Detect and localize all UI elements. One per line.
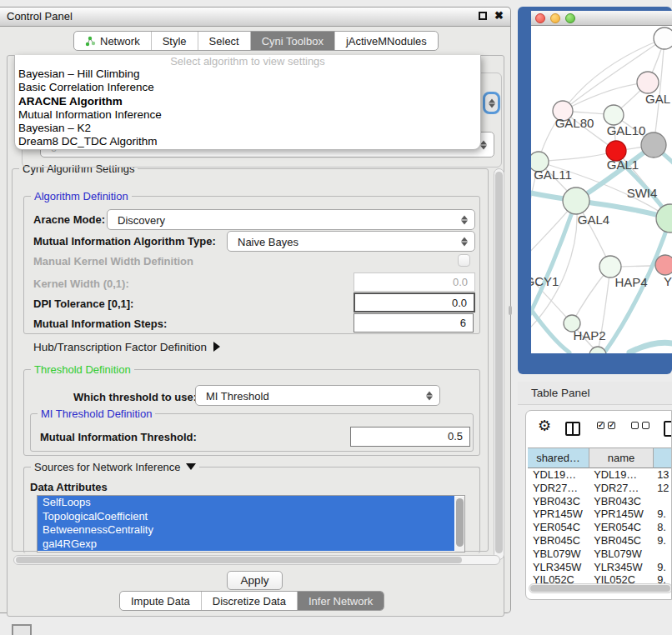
algorithm-option-aracne-algorithm[interactable]: ARACNE Algorithm bbox=[15, 95, 480, 108]
aracne-mode-combo[interactable]: Discovery bbox=[107, 209, 475, 230]
mi-threshold-input[interactable]: 0.5 bbox=[350, 427, 470, 447]
mi-steps-input[interactable]: 6 bbox=[354, 313, 474, 332]
partial-icon[interactable] bbox=[12, 624, 32, 635]
aracne-mode-value: Discovery bbox=[118, 213, 165, 226]
tab-label: Network bbox=[100, 35, 140, 48]
tab-style[interactable]: Style bbox=[151, 32, 198, 50]
table-row[interactable]: YBR045CYBR045C9. bbox=[528, 534, 672, 548]
apply-button[interactable]: Apply bbox=[227, 571, 283, 590]
manual-kernel-checkbox[interactable] bbox=[458, 254, 470, 267]
sources-group-title[interactable]: Sources for Network Inference bbox=[31, 461, 199, 473]
column-header-shared-[interactable]: shared… bbox=[528, 448, 589, 468]
network-canvas[interactable]: GALGAL80GAL10GAL1GAL11SWI4GAL4GCY1HAP4YH… bbox=[531, 26, 672, 353]
network-node-gal[interactable] bbox=[637, 72, 659, 93]
algorithm-option-bayesian-k2[interactable]: Bayesian – K2 bbox=[15, 122, 480, 135]
network-node-gal4[interactable] bbox=[563, 188, 589, 214]
table-row[interactable]: YDL19…YDL19…13 bbox=[528, 468, 672, 482]
close-traffic-light-icon[interactable] bbox=[535, 13, 545, 23]
tab-jactivemnodules[interactable]: jActiveMNodules bbox=[334, 32, 438, 50]
mi-type-value: Naive Bayes bbox=[238, 235, 298, 248]
table-row[interactable]: YBL079WYBL079W bbox=[528, 548, 672, 561]
attribute-item-topologicalcoefficient[interactable]: TopologicalCoefficient bbox=[38, 510, 454, 524]
table-horizontal-scrollbar[interactable] bbox=[529, 583, 672, 593]
settings-vertical-scrollbar[interactable] bbox=[494, 168, 504, 560]
table-cell: YLR345W bbox=[589, 561, 652, 574]
chevron-updown-icon bbox=[480, 140, 487, 149]
algorithm-option-basic-correlation-inference[interactable]: Basic Correlation Inference bbox=[15, 81, 480, 94]
table-cell: YBR045C bbox=[589, 534, 652, 548]
kernel-width-input[interactable]: 0.0 bbox=[354, 272, 475, 292]
network-node[interactable] bbox=[654, 28, 672, 49]
settings-horizontal-scrollbar[interactable] bbox=[13, 555, 500, 565]
table-cell: 12 bbox=[652, 482, 672, 495]
algorithm-option-dream8-dc-tdc-algorithm[interactable]: Dream8 DC_TDC Algorithm bbox=[15, 135, 480, 148]
control-panel: Control Panel ✖ NetworkStyleSelectCyni T… bbox=[0, 7, 511, 613]
hub-definition-toggle[interactable]: Hub/Transcription Factor Definition bbox=[33, 341, 220, 353]
float-panel-icon[interactable] bbox=[479, 12, 487, 20]
unchecked-checkbox-icon[interactable] bbox=[631, 422, 639, 429]
node-label: Y bbox=[664, 274, 672, 288]
network-node[interactable] bbox=[641, 132, 666, 158]
tab-cyni-toolbox[interactable]: Cyni Toolbox bbox=[250, 32, 334, 50]
tab-network[interactable]: Network bbox=[74, 32, 151, 50]
algorithm-option-mutual-information-inference[interactable]: Mutual Information Inference bbox=[15, 108, 480, 122]
close-icon[interactable]: ✖ bbox=[494, 9, 504, 22]
table-cell: YPR145W bbox=[589, 508, 652, 521]
tab-discretize-data[interactable]: Discretize Data bbox=[201, 592, 297, 610]
table-cell: YBR045C bbox=[528, 534, 589, 548]
algorithm-popup-items: Bayesian – Hill ClimbingBasic Correlatio… bbox=[15, 68, 480, 149]
network-edge[interactable] bbox=[539, 151, 616, 162]
table-row[interactable]: YIL052CYIL052C9. bbox=[528, 573, 672, 583]
network-node-swi4[interactable] bbox=[656, 204, 672, 232]
which-threshold-combo[interactable]: MI Threshold bbox=[195, 385, 440, 406]
network-node-y[interactable] bbox=[655, 255, 672, 275]
network-edge-thick[interactable] bbox=[629, 342, 672, 352]
network-edge[interactable] bbox=[563, 82, 648, 111]
table-cell: YDL19… bbox=[528, 468, 589, 482]
control-panel-tabs: NetworkStyleSelectCyni ToolboxjActiveMNo… bbox=[73, 31, 439, 51]
unchecked-checkbox-icon[interactable] bbox=[642, 422, 649, 429]
attributes-scrollbar[interactable] bbox=[455, 497, 464, 552]
algorithm-option-bayesian-hill-climbing[interactable]: Bayesian – Hill Climbing bbox=[15, 68, 480, 81]
node-label: GAL1 bbox=[607, 158, 639, 172]
minimize-traffic-light-icon[interactable] bbox=[550, 13, 560, 23]
tab-impute-data[interactable]: Impute Data bbox=[120, 592, 201, 610]
checked-checkbox-icon[interactable]: ✓ bbox=[608, 422, 615, 429]
document-icon[interactable] bbox=[664, 421, 672, 437]
tab-select[interactable]: Select bbox=[198, 32, 250, 50]
mi-steps-label: Mutual Information Steps: bbox=[33, 318, 167, 330]
gear-icon[interactable]: ⚙ bbox=[538, 417, 551, 435]
data-attributes-list[interactable]: SelfLoopsTopologicalCoefficientBetweenne… bbox=[37, 495, 465, 552]
node-label: HAP2 bbox=[573, 328, 605, 342]
attribute-item-gal4rgexp[interactable]: gal4RGexp bbox=[38, 538, 454, 552]
zoom-traffic-light-icon[interactable] bbox=[565, 13, 575, 23]
table-cell: YDR27… bbox=[589, 482, 652, 495]
split-columns-icon[interactable] bbox=[565, 422, 580, 436]
table-cell: YER054C bbox=[589, 521, 652, 534]
tab-label: Select bbox=[209, 35, 239, 48]
column-header-name[interactable]: name bbox=[589, 448, 654, 468]
table-row[interactable]: YDR27…YDR27…12 bbox=[528, 482, 672, 495]
column-header-2[interactable] bbox=[654, 448, 672, 468]
checked-checkbox-icon[interactable]: ✓ bbox=[597, 422, 604, 429]
network-window-titlebar[interactable] bbox=[531, 11, 672, 26]
dpi-tolerance-input[interactable]: 0.0 bbox=[354, 292, 475, 312]
attribute-item-betweennesscentrality[interactable]: BetweennessCentrality bbox=[38, 523, 454, 538]
table-cell: YBR043C bbox=[589, 495, 652, 508]
mi-threshold-label: Mutual Information Threshold: bbox=[40, 431, 197, 443]
algorithm-combo-spinner[interactable] bbox=[483, 92, 500, 114]
node-label: GAL11 bbox=[534, 168, 572, 182]
network-node[interactable] bbox=[589, 347, 606, 353]
table-row[interactable]: YLR345WYLR345W9. bbox=[528, 561, 672, 574]
chevron-updown-icon bbox=[489, 98, 495, 108]
table-row[interactable]: YPR145WYPR145W9. bbox=[528, 508, 672, 521]
data-attributes-label: Data Attributes bbox=[30, 481, 108, 493]
mi-algorithm-type-combo[interactable]: Naive Bayes bbox=[227, 231, 475, 252]
table-row[interactable]: YBR043CYBR043C bbox=[528, 495, 672, 508]
tab-infer-network[interactable]: Infer Network bbox=[297, 592, 384, 610]
network-node-gal10[interactable] bbox=[604, 105, 624, 125]
attribute-item-selfloops[interactable]: SelfLoops bbox=[38, 496, 454, 510]
sources-title-text: Sources for Network Inference bbox=[34, 461, 181, 473]
panel-splitter-handle[interactable] bbox=[509, 306, 512, 315]
table-row[interactable]: YER054CYER054C8. bbox=[528, 521, 672, 534]
